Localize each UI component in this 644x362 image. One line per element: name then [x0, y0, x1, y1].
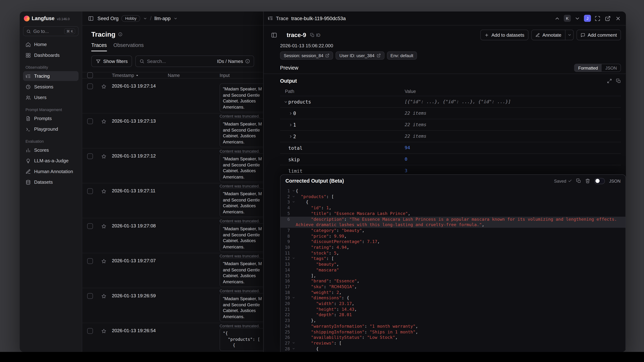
annotate-dropdown-button[interactable]	[566, 30, 574, 40]
sidebar-item-datasets[interactable]: Datasets	[23, 177, 78, 187]
fold-icon[interactable]	[292, 200, 295, 204]
chevron-right-icon[interactable]	[289, 123, 293, 127]
row-checkbox[interactable]	[87, 258, 93, 264]
expand-icon[interactable]	[607, 78, 612, 84]
sidebar-item-human-annotation[interactable]: Human Annotation	[23, 166, 78, 176]
info-icon[interactable]	[118, 32, 122, 36]
table-row[interactable]: 2026-01-13 19:27:07"Madam Speaker, Mand …	[82, 253, 263, 288]
copy-icon[interactable]	[616, 78, 621, 84]
copy-id-button[interactable]: ID	[310, 32, 320, 38]
select-all-checkbox[interactable]	[87, 72, 93, 78]
tab-preview[interactable]: Preview	[280, 65, 298, 74]
open-in-new-button[interactable]	[604, 14, 612, 22]
sidebar-toggle-button[interactable]	[87, 14, 94, 22]
column-header-input[interactable]: Input	[220, 73, 263, 78]
row-checkbox[interactable]	[87, 153, 93, 159]
star-icon[interactable]	[101, 294, 106, 299]
chevron-down-icon[interactable]	[143, 16, 147, 20]
table-row[interactable]: 2026-01-13 19:26:59"Madam Speaker, Mand …	[82, 288, 263, 323]
row-checkbox[interactable]	[87, 84, 93, 89]
table-row[interactable]: 2026-01-13 19:27:12"Madam Speaker, Mand …	[82, 148, 263, 183]
column-header-name[interactable]: Name	[168, 73, 220, 78]
close-peek-button[interactable]	[614, 14, 622, 22]
org-name[interactable]: Seed Org	[98, 16, 119, 21]
table-row[interactable]: 2026-01-13 19:27:11"Madam Speaker, Mand …	[82, 183, 263, 218]
table-row[interactable]: 2026-01-13 19:27:13"Madam Speaker, Mand …	[82, 114, 263, 148]
sidebar-item-playground[interactable]: Playground	[23, 124, 78, 134]
badge-session[interactable]: Session: session_84	[280, 52, 333, 60]
column-header-path: Path	[280, 88, 405, 94]
star-icon[interactable]	[101, 119, 106, 124]
json-toggle[interactable]	[594, 178, 605, 184]
project-name[interactable]: llm-app	[154, 16, 170, 21]
column-header-value: Value	[405, 88, 621, 94]
search-input[interactable]	[147, 59, 215, 64]
fold-icon[interactable]	[292, 347, 295, 350]
fold-icon[interactable]	[292, 341, 295, 344]
fold-icon[interactable]	[292, 189, 295, 192]
row-checkbox[interactable]	[87, 293, 93, 299]
tab-observations[interactable]: Observations	[114, 42, 144, 52]
badge-user-id[interactable]: User ID: user_384	[336, 52, 384, 60]
row-checkbox[interactable]	[87, 223, 93, 229]
shortcut-key-j[interactable]: J	[584, 15, 591, 22]
code-editor[interactable]: 1{2 "products": [3 {4 "id": 1,5 "title":…	[280, 187, 626, 352]
sidebar-item-home[interactable]: Home	[23, 40, 78, 50]
shortcut-key-k[interactable]: K	[564, 15, 571, 22]
table-row[interactable]: 2026-01-13 19:27:08"Madam Speaker, Mand …	[82, 218, 263, 253]
sidebar-item-scores[interactable]: Scores	[23, 145, 78, 155]
output-path[interactable]: 0	[280, 110, 405, 116]
star-icon[interactable]	[101, 259, 106, 264]
code-line: 27 "reviews": [	[280, 340, 626, 346]
prev-trace-button[interactable]	[554, 14, 561, 22]
sidebar-item-users[interactable]: Users	[23, 92, 78, 102]
chevron-down-icon[interactable]	[174, 16, 178, 20]
column-header-timestamp[interactable]: Timestamp	[112, 73, 168, 78]
chevron-right-icon[interactable]	[289, 111, 293, 116]
sidebar-item-dashboards[interactable]: Dashboards	[23, 50, 78, 60]
copy-icon[interactable]	[576, 178, 581, 183]
annotate-button[interactable]: Annotate	[531, 30, 566, 40]
output-path[interactable]: 2	[280, 133, 405, 139]
row-checkbox[interactable]	[87, 118, 93, 124]
sidebar-item-tracing[interactable]: Tracing	[23, 71, 78, 81]
star-icon[interactable]	[101, 84, 106, 89]
plan-badge[interactable]: Hobby	[122, 15, 140, 22]
fold-icon[interactable]	[292, 257, 295, 260]
chevron-right-icon[interactable]	[289, 134, 293, 138]
sidebar-item-llm-as-a-judge[interactable]: LLM-as-a-Judge	[23, 156, 78, 166]
code-line: 15 ],	[280, 273, 626, 278]
sidebar-item-sessions[interactable]: Sessions	[23, 82, 78, 92]
output-path[interactable]: 1	[280, 122, 405, 128]
goto-search[interactable]: Go to... ⌘ K	[23, 26, 78, 36]
star-icon[interactable]	[101, 154, 106, 159]
format-option-formatted[interactable]: Formatted	[574, 64, 602, 72]
row-timestamp: 2026-01-13 19:27:11	[112, 188, 168, 193]
trash-icon[interactable]	[585, 178, 590, 183]
fold-icon[interactable]	[292, 195, 295, 198]
add-comment-button[interactable]: Add comment	[576, 30, 621, 40]
row-checkbox[interactable]	[87, 328, 93, 334]
line-number: 19	[280, 295, 291, 301]
code-line: 17 "sku": "RCH45Q1A",	[280, 284, 626, 290]
tree-toggle-button[interactable]	[270, 31, 278, 39]
add-to-datasets-button[interactable]: Add to datasets	[480, 30, 528, 40]
star-icon[interactable]	[101, 328, 106, 334]
expand-peek-button[interactable]	[594, 14, 601, 22]
next-trace-button[interactable]	[574, 14, 581, 22]
show-filters-button[interactable]: Show filters	[91, 56, 132, 67]
table-row[interactable]: 2026-01-13 19:27:14"Madam Speaker, Mand …	[82, 78, 263, 114]
star-icon[interactable]	[101, 224, 106, 229]
sidebar-item-prompts[interactable]: Prompts	[23, 114, 78, 123]
line-number: 5	[280, 211, 291, 216]
fold-icon[interactable]	[292, 296, 295, 300]
star-icon[interactable]	[101, 189, 106, 194]
row-checkbox[interactable]	[87, 188, 93, 194]
info-icon	[245, 59, 250, 64]
output-path[interactable]: products	[280, 99, 405, 104]
search-scope-select[interactable]: IDs / Names	[217, 59, 250, 64]
badge-env[interactable]: Env: default	[387, 52, 417, 60]
chevron-down-icon[interactable]	[284, 100, 288, 104]
tab-traces[interactable]: Traces	[91, 42, 107, 52]
format-option-json[interactable]: JSON	[602, 64, 620, 72]
